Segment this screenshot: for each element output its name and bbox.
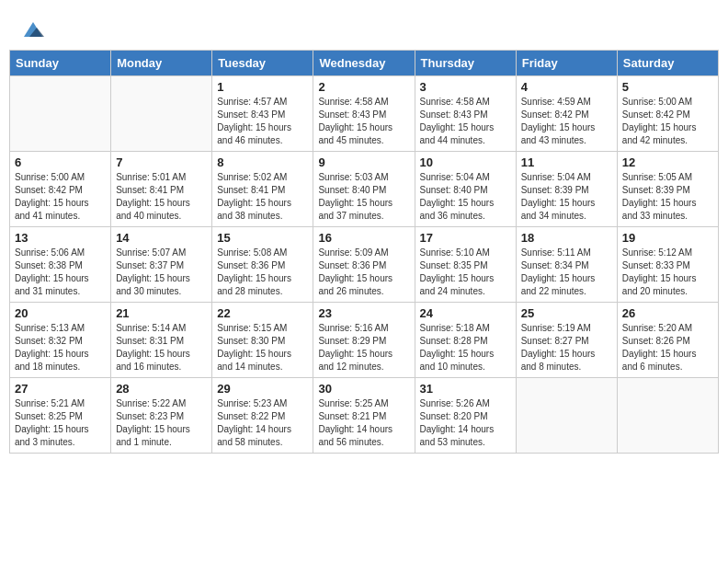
day-info: Sunrise: 5:04 AM Sunset: 8:39 PM Dayligh… [521, 171, 612, 223]
calendar-cell: 19Sunrise: 5:12 AM Sunset: 8:33 PM Dayli… [617, 227, 718, 303]
day-info: Sunrise: 5:06 AM Sunset: 8:38 PM Dayligh… [15, 247, 106, 298]
calendar-cell [516, 378, 617, 454]
calendar-table: SundayMondayTuesdayWednesdayThursdayFrid… [9, 50, 719, 454]
calendar-cell: 12Sunrise: 5:05 AM Sunset: 8:39 PM Dayli… [617, 152, 718, 227]
calendar-week-row: 1Sunrise: 4:57 AM Sunset: 8:43 PM Daylig… [10, 76, 719, 152]
weekday-header-wednesday: Wednesday [313, 51, 415, 76]
day-number: 23 [318, 306, 409, 320]
day-info: Sunrise: 5:00 AM Sunset: 8:42 PM Dayligh… [15, 171, 106, 223]
day-number: 24 [420, 306, 511, 320]
day-info: Sunrise: 5:13 AM Sunset: 8:32 PM Dayligh… [15, 322, 106, 373]
day-number: 22 [217, 306, 308, 320]
day-info: Sunrise: 5:14 AM Sunset: 8:31 PM Dayligh… [116, 322, 207, 373]
weekday-header-saturday: Saturday [617, 51, 718, 76]
day-number: 26 [622, 306, 713, 320]
day-number: 31 [420, 382, 511, 396]
day-number: 1 [217, 80, 308, 94]
day-info: Sunrise: 5:00 AM Sunset: 8:42 PM Dayligh… [622, 96, 713, 147]
day-number: 19 [622, 231, 713, 245]
calendar-cell: 27Sunrise: 5:21 AM Sunset: 8:25 PM Dayli… [10, 378, 111, 454]
calendar-cell: 9Sunrise: 5:03 AM Sunset: 8:40 PM Daylig… [313, 152, 415, 227]
day-number: 11 [521, 155, 612, 169]
calendar-cell: 22Sunrise: 5:15 AM Sunset: 8:30 PM Dayli… [212, 303, 313, 378]
calendar-cell: 11Sunrise: 5:04 AM Sunset: 8:39 PM Dayli… [516, 152, 617, 227]
calendar-cell: 14Sunrise: 5:07 AM Sunset: 8:37 PM Dayli… [111, 227, 212, 303]
calendar-cell: 25Sunrise: 5:19 AM Sunset: 8:27 PM Dayli… [516, 303, 617, 378]
day-number: 3 [420, 80, 511, 94]
day-info: Sunrise: 4:57 AM Sunset: 8:43 PM Dayligh… [217, 96, 308, 147]
day-info: Sunrise: 5:20 AM Sunset: 8:26 PM Dayligh… [622, 322, 713, 373]
calendar-cell: 7Sunrise: 5:01 AM Sunset: 8:41 PM Daylig… [111, 152, 212, 227]
day-number: 7 [116, 155, 207, 169]
calendar-cell: 15Sunrise: 5:08 AM Sunset: 8:36 PM Dayli… [212, 227, 313, 303]
weekday-header-friday: Friday [516, 51, 617, 76]
day-info: Sunrise: 5:21 AM Sunset: 8:25 PM Dayligh… [15, 397, 106, 449]
calendar-cell: 2Sunrise: 4:58 AM Sunset: 8:43 PM Daylig… [313, 76, 415, 152]
day-number: 8 [217, 155, 308, 169]
day-info: Sunrise: 5:26 AM Sunset: 8:20 PM Dayligh… [420, 397, 511, 449]
calendar-cell: 30Sunrise: 5:25 AM Sunset: 8:21 PM Dayli… [313, 378, 415, 454]
weekday-header-monday: Monday [111, 51, 212, 76]
calendar-cell: 26Sunrise: 5:20 AM Sunset: 8:26 PM Dayli… [617, 303, 718, 378]
day-number: 4 [521, 80, 612, 94]
day-info: Sunrise: 5:05 AM Sunset: 8:39 PM Dayligh… [622, 171, 713, 223]
day-info: Sunrise: 5:19 AM Sunset: 8:27 PM Dayligh… [521, 322, 612, 373]
weekday-header-sunday: Sunday [10, 51, 111, 76]
day-info: Sunrise: 5:16 AM Sunset: 8:29 PM Dayligh… [318, 322, 409, 373]
day-info: Sunrise: 5:25 AM Sunset: 8:21 PM Dayligh… [318, 397, 409, 449]
calendar-cell: 21Sunrise: 5:14 AM Sunset: 8:31 PM Dayli… [111, 303, 212, 378]
calendar-cell: 10Sunrise: 5:04 AM Sunset: 8:40 PM Dayli… [415, 152, 516, 227]
day-info: Sunrise: 5:23 AM Sunset: 8:22 PM Dayligh… [217, 397, 308, 449]
day-info: Sunrise: 5:02 AM Sunset: 8:41 PM Dayligh… [217, 171, 308, 223]
day-number: 29 [217, 382, 308, 396]
day-number: 25 [521, 306, 612, 320]
calendar-cell: 3Sunrise: 4:58 AM Sunset: 8:43 PM Daylig… [415, 76, 516, 152]
calendar-cell: 28Sunrise: 5:22 AM Sunset: 8:23 PM Dayli… [111, 378, 212, 454]
day-number: 17 [420, 231, 511, 245]
day-number: 16 [318, 231, 409, 245]
day-info: Sunrise: 5:04 AM Sunset: 8:40 PM Dayligh… [420, 171, 511, 223]
day-number: 30 [318, 382, 409, 396]
calendar-cell: 4Sunrise: 4:59 AM Sunset: 8:42 PM Daylig… [516, 76, 617, 152]
calendar-cell: 6Sunrise: 5:00 AM Sunset: 8:42 PM Daylig… [10, 152, 111, 227]
calendar-cell: 5Sunrise: 5:00 AM Sunset: 8:42 PM Daylig… [617, 76, 718, 152]
day-number: 6 [15, 155, 106, 169]
day-number: 5 [622, 80, 713, 94]
calendar-cell [617, 378, 718, 454]
calendar-cell: 8Sunrise: 5:02 AM Sunset: 8:41 PM Daylig… [212, 152, 313, 227]
calendar-week-row: 27Sunrise: 5:21 AM Sunset: 8:25 PM Dayli… [10, 378, 719, 454]
calendar-cell: 1Sunrise: 4:57 AM Sunset: 8:43 PM Daylig… [212, 76, 313, 152]
day-info: Sunrise: 5:22 AM Sunset: 8:23 PM Dayligh… [116, 397, 207, 449]
day-number: 10 [420, 155, 511, 169]
day-number: 12 [622, 155, 713, 169]
day-number: 21 [116, 306, 207, 320]
day-info: Sunrise: 4:59 AM Sunset: 8:42 PM Dayligh… [521, 96, 612, 147]
calendar-cell: 17Sunrise: 5:10 AM Sunset: 8:35 PM Dayli… [415, 227, 516, 303]
logo-icon [20, 17, 46, 42]
calendar-cell: 23Sunrise: 5:16 AM Sunset: 8:29 PM Dayli… [313, 303, 415, 378]
day-number: 2 [318, 80, 409, 94]
day-info: Sunrise: 5:18 AM Sunset: 8:28 PM Dayligh… [420, 322, 511, 373]
day-info: Sunrise: 5:08 AM Sunset: 8:36 PM Dayligh… [217, 247, 308, 298]
calendar-cell: 29Sunrise: 5:23 AM Sunset: 8:22 PM Dayli… [212, 378, 313, 454]
calendar-cell [10, 76, 111, 152]
day-number: 18 [521, 231, 612, 245]
weekday-header-row: SundayMondayTuesdayWednesdayThursdayFrid… [10, 51, 719, 76]
day-info: Sunrise: 5:12 AM Sunset: 8:33 PM Dayligh… [622, 247, 713, 298]
day-info: Sunrise: 5:09 AM Sunset: 8:36 PM Dayligh… [318, 247, 409, 298]
calendar-cell: 24Sunrise: 5:18 AM Sunset: 8:28 PM Dayli… [415, 303, 516, 378]
weekday-header-tuesday: Tuesday [212, 51, 313, 76]
page-header [9, 9, 719, 46]
day-info: Sunrise: 5:03 AM Sunset: 8:40 PM Dayligh… [318, 171, 409, 223]
day-number: 15 [217, 231, 308, 245]
calendar-cell: 16Sunrise: 5:09 AM Sunset: 8:36 PM Dayli… [313, 227, 415, 303]
day-info: Sunrise: 4:58 AM Sunset: 8:43 PM Dayligh… [318, 96, 409, 147]
day-info: Sunrise: 5:07 AM Sunset: 8:37 PM Dayligh… [116, 247, 207, 298]
day-number: 20 [15, 306, 106, 320]
weekday-header-thursday: Thursday [415, 51, 516, 76]
day-info: Sunrise: 5:11 AM Sunset: 8:34 PM Dayligh… [521, 247, 612, 298]
day-number: 13 [15, 231, 106, 245]
day-number: 28 [116, 382, 207, 396]
day-info: Sunrise: 5:10 AM Sunset: 8:35 PM Dayligh… [420, 247, 511, 298]
calendar-week-row: 13Sunrise: 5:06 AM Sunset: 8:38 PM Dayli… [10, 227, 719, 303]
